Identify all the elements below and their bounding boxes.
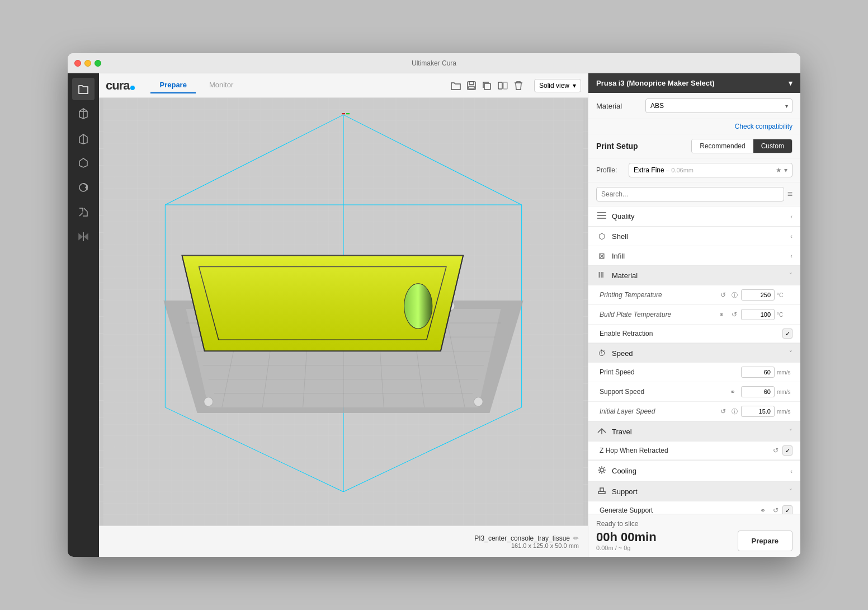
print-setup-label: Print Setup <box>596 142 691 151</box>
material-row: Material ABS PLA PETG <box>588 93 800 119</box>
build-plate-temp-link[interactable]: ⚭ <box>719 311 728 318</box>
cooling-section: Cooling ‹ <box>588 461 800 482</box>
infill-chevron: ‹ <box>790 252 792 259</box>
build-plate-temp-reset[interactable]: ↺ <box>730 311 739 318</box>
titlebar: Ultimaker Cura <box>68 53 800 73</box>
shell-chevron: ‹ <box>790 233 792 240</box>
material-select[interactable]: ABS PLA PETG <box>645 98 792 113</box>
support-speed-input[interactable] <box>741 386 775 397</box>
infill-section-header[interactable]: ⊠ Infill ‹ <box>588 246 800 265</box>
build-plate-temp-input[interactable] <box>741 309 775 320</box>
z-hop-label: Z Hop When Retracted <box>600 447 771 454</box>
shell-label: Shell <box>612 232 790 241</box>
model-info: PI3_center_console_tray_tissue ✏ 161.0 x… <box>108 534 579 549</box>
slice-area: Ready to slice 00h 00min 0.00m / ~ 0g Pr… <box>588 514 800 557</box>
svg-rect-9 <box>484 83 490 90</box>
profile-label: Profile: <box>596 166 624 174</box>
svg-rect-11 <box>503 82 507 89</box>
travel-chevron: ˅ <box>789 428 792 435</box>
open-file-icon[interactable] <box>449 79 463 92</box>
support-speed-link[interactable]: ⚭ <box>730 388 739 396</box>
3d-viewport[interactable] <box>99 98 588 525</box>
cooling-icon <box>596 466 607 476</box>
z-hop-checkbox[interactable]: ✓ <box>782 445 792 456</box>
z-hop-reset[interactable]: ↺ <box>771 447 780 454</box>
search-row: ≡ <box>588 182 800 207</box>
setup-btn-group: Recommended Custom <box>691 139 792 153</box>
generate-support-reset[interactable]: ↺ <box>771 506 780 514</box>
generate-support-link[interactable]: ⚭ <box>760 506 769 514</box>
filter-icon[interactable]: ≡ <box>787 189 792 199</box>
view-mode-dropdown[interactable]: Solid view ▾ <box>534 79 581 92</box>
z-hop-row: Z Hop When Retracted ↺ ✓ <box>588 442 800 460</box>
check-compatibility-link[interactable]: Check compatibility <box>588 119 800 134</box>
printing-temp-label: Printing Temperature <box>600 291 719 299</box>
initial-layer-speed-input[interactable] <box>741 406 775 417</box>
quality-section-header[interactable]: Quality ‹ <box>588 207 800 226</box>
printer-dropdown-icon[interactable]: ▾ <box>789 79 792 87</box>
travel-section-header[interactable]: Travel ˅ <box>588 422 800 442</box>
sidebar-icon-folder[interactable] <box>72 78 95 100</box>
recommended-btn[interactable]: Recommended <box>692 139 753 153</box>
svg-point-46 <box>404 284 432 329</box>
sidebar-icon-transform[interactable] <box>72 152 95 174</box>
sidebar-icon-model1[interactable] <box>72 102 95 125</box>
save-icon[interactable] <box>465 79 478 92</box>
material-estimate: 0.00m / ~ 0g <box>596 545 738 551</box>
printing-temp-info[interactable]: ⓘ <box>730 291 739 299</box>
initial-layer-speed-row: Initial Layer Speed ↺ ⓘ mm/s <box>588 402 800 421</box>
cooling-label: Cooling <box>612 467 790 475</box>
print-speed-input[interactable] <box>741 367 775 378</box>
profile-value: Extra Fine – 0.06mm <box>634 166 694 174</box>
speed-section-header[interactable]: ⏱ Speed ˅ <box>588 344 800 363</box>
ready-label: Ready to slice <box>596 520 792 528</box>
time-estimate: 00h 00min 0.00m / ~ 0g <box>596 530 738 551</box>
minimize-button[interactable] <box>84 60 91 67</box>
sidebar-icon-model2[interactable] <box>72 127 95 149</box>
maximize-button[interactable] <box>95 60 101 67</box>
close-button[interactable] <box>74 60 81 67</box>
tab-prepare[interactable]: Prepare <box>150 77 195 93</box>
enable-retraction-row: Enable Retraction ✓ <box>588 325 800 343</box>
sidebar-icon-mirror[interactable] <box>72 226 95 248</box>
support-speed-label: Support Speed <box>600 388 730 396</box>
support-section-header[interactable]: Support ˅ <box>588 482 800 501</box>
duplicate-icon[interactable] <box>480 79 494 92</box>
printing-temp-input[interactable] <box>741 289 775 301</box>
edit-icon[interactable]: ✏ <box>573 534 579 542</box>
material-section-header[interactable]: Material ˅ <box>588 266 800 285</box>
prepare-button[interactable]: Prepare <box>738 531 792 551</box>
mirror-icon[interactable] <box>496 79 510 92</box>
initial-layer-speed-label: Initial Layer Speed <box>600 407 719 415</box>
svg-rect-7 <box>469 82 474 85</box>
build-plate-temp-row: Build Plate Temperature ⚭ ↺ °C <box>588 305 800 325</box>
support-speed-row: Support Speed ⚭ mm/s <box>588 382 800 402</box>
generate-support-checkbox[interactable]: ✓ <box>782 505 792 514</box>
profile-star-icon: ★ <box>776 166 782 174</box>
printer-header: Prusa i3 (Monoprice Maker Select) ▾ <box>588 73 800 93</box>
cooling-section-header[interactable]: Cooling ‹ <box>588 461 800 481</box>
material-label: Material <box>596 102 641 110</box>
enable-retraction-checkbox[interactable]: ✓ <box>782 329 792 339</box>
quality-label: Quality <box>612 212 790 220</box>
printing-temp-reset[interactable]: ↺ <box>719 291 728 299</box>
sidebar-icon-scale[interactable] <box>72 201 95 223</box>
custom-btn[interactable]: Custom <box>753 139 792 153</box>
initial-layer-speed-info[interactable]: ⓘ <box>730 407 739 416</box>
logo-dot <box>130 86 135 90</box>
delete-icon[interactable] <box>512 79 525 92</box>
search-input[interactable] <box>596 187 784 201</box>
sidebar <box>68 73 99 557</box>
slice-bottom: 00h 00min 0.00m / ~ 0g Prepare <box>596 530 792 551</box>
tab-monitor[interactable]: Monitor <box>200 77 242 93</box>
settings-list: Quality ‹ ⬡ Shell ‹ <box>588 207 800 514</box>
initial-layer-speed-unit: mm/s <box>777 409 792 415</box>
shell-section-header[interactable]: ⬡ Shell ‹ <box>588 227 800 246</box>
shell-section: ⬡ Shell ‹ <box>588 227 800 246</box>
sidebar-icon-rotate[interactable] <box>72 176 95 199</box>
infill-label: Infill <box>612 252 790 260</box>
panel-content[interactable]: Material ABS PLA PETG Check compatibilit… <box>588 93 800 514</box>
profile-select[interactable]: Extra Fine – 0.06mm ★ ▾ <box>629 163 792 177</box>
initial-layer-speed-reset[interactable]: ↺ <box>719 407 728 415</box>
quality-icon <box>596 212 607 221</box>
